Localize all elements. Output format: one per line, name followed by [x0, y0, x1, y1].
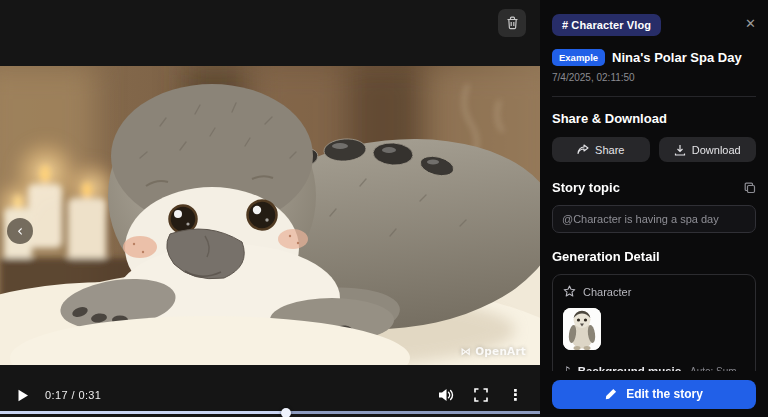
seek-thumb[interactable] — [281, 408, 291, 417]
app-window: ‹ ⋈ OpenArt 0:17 / 0:31 — [0, 0, 768, 417]
previous-scene-button[interactable]: ‹ — [7, 218, 33, 244]
more-options-button[interactable]: ⋮ — [508, 386, 523, 404]
edit-story-label: Edit the story — [626, 387, 703, 401]
example-badge: Example — [552, 49, 605, 66]
character-label: Character — [583, 286, 631, 298]
story-title: Nina's Polar Spa Day — [612, 50, 742, 65]
character-thumbnail-penguin — [563, 308, 601, 350]
story-topic-header: Story topic — [552, 180, 756, 195]
divider — [552, 96, 756, 97]
sidebar-header: # Character Vlog ✕ — [552, 14, 756, 36]
volume-icon — [438, 388, 454, 402]
progress-played — [0, 411, 286, 414]
openart-watermark: ⋈ OpenArt — [461, 345, 526, 357]
openart-logo-icon: ⋈ — [461, 345, 472, 357]
close-icon: ✕ — [745, 16, 756, 31]
delete-button[interactable] — [498, 9, 526, 37]
share-download-heading: Share & Download — [552, 111, 756, 126]
character-row: Character — [563, 285, 745, 298]
kebab-icon: ⋮ — [508, 386, 523, 404]
title-row: Example Nina's Polar Spa Day — [552, 49, 756, 66]
character-thumbnail[interactable] — [563, 308, 601, 350]
player-controls: 0:17 / 0:31 ⋮ — [0, 382, 540, 408]
copy-icon — [744, 182, 756, 194]
time-display: 0:17 / 0:31 — [45, 389, 101, 401]
download-label: Download — [692, 144, 741, 156]
sidebar-bottom-bar: Edit the story — [540, 371, 768, 417]
seek-bar[interactable] — [0, 411, 540, 414]
generation-detail-heading: Generation Detail — [552, 249, 756, 264]
share-download-row: Share Download — [552, 137, 756, 162]
copy-topic-button[interactable] — [744, 182, 756, 194]
play-button[interactable] — [17, 389, 29, 402]
video-surface[interactable] — [0, 66, 540, 365]
fullscreen-button[interactable] — [474, 388, 488, 402]
creation-timestamp: 7/4/2025, 02:11:50 — [552, 72, 756, 83]
pencil-icon — [605, 388, 617, 400]
edit-story-button[interactable]: Edit the story — [552, 380, 756, 409]
detail-sidebar: # Character Vlog ✕ Example Nina's Polar … — [540, 0, 768, 417]
close-button[interactable]: ✕ — [745, 16, 756, 31]
share-icon — [577, 144, 589, 155]
watermark-text: OpenArt — [475, 345, 526, 357]
story-topic-heading: Story topic — [552, 180, 620, 195]
share-label: Share — [595, 144, 624, 156]
share-button[interactable]: Share — [552, 137, 650, 162]
download-button[interactable]: Download — [659, 137, 757, 162]
chevron-left-icon: ‹ — [17, 224, 23, 239]
volume-button[interactable] — [438, 388, 454, 402]
story-topic-input[interactable] — [552, 205, 756, 233]
play-icon — [17, 389, 29, 402]
trash-icon — [506, 16, 519, 30]
video-player: ‹ ⋈ OpenArt 0:17 / 0:31 — [0, 0, 540, 417]
download-icon — [674, 144, 686, 156]
character-vlog-tag: # Character Vlog — [552, 14, 661, 36]
video-frame-penguin-spa — [0, 66, 540, 365]
controls-right: ⋮ — [438, 386, 523, 404]
star-icon — [563, 285, 576, 298]
fullscreen-icon — [474, 388, 488, 402]
